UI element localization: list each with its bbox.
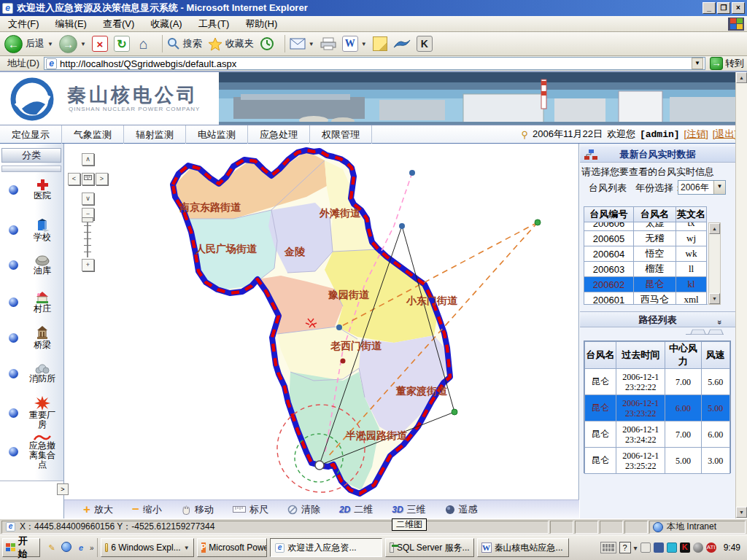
scroll-down-icon[interactable]: ▼ <box>709 293 720 304</box>
path-row-selected[interactable]: 昆仑2006-12-1 23:23:226.005.00 <box>585 395 730 421</box>
sidebar-item-important-plant[interactable]: 重要厂房 <box>0 396 64 429</box>
collapse-chevron-icon[interactable]: » <box>712 320 728 324</box>
sidebar-item-bridge[interactable]: 桥梁 <box>0 326 64 350</box>
map-center-button[interactable] <box>82 173 94 185</box>
path-point-blue[interactable] <box>409 170 415 176</box>
tab-permission-mgmt[interactable]: 权限管理 <box>310 125 372 144</box>
address-dropdown-icon[interactable]: ▼ <box>692 58 703 69</box>
typhoon-table-scrollbar[interactable]: ▲ ▼ <box>708 222 721 305</box>
typhoon-row[interactable]: 200605无稽wj <box>584 231 707 246</box>
taskbar-window-explorer-group[interactable]: 6 Windows Expl... ▼ <box>101 538 194 557</box>
back-button[interactable]: ← 后退 ▼ <box>4 35 53 53</box>
minimize-button[interactable]: _ <box>703 2 716 14</box>
zoom-in-button[interactable]: +放大 <box>83 503 113 516</box>
edit-word-button[interactable]: W ▼ <box>342 36 367 52</box>
quicklaunch-ie-icon[interactable]: e <box>75 542 87 553</box>
menu-edit[interactable]: 编辑(E) <box>47 18 95 31</box>
forward-button[interactable]: → ▼ <box>59 35 86 53</box>
close-button[interactable]: × <box>732 2 745 14</box>
zoom-slider-plus-button[interactable]: + <box>82 259 94 271</box>
col-wind-speed[interactable]: 风速 <box>701 342 729 369</box>
tab-radiation-monitor[interactable]: 辐射监测 <box>124 125 186 144</box>
history-button[interactable] <box>260 36 274 51</box>
page-scrollbar[interactable]: ▲ ▼ <box>735 72 747 518</box>
path-row[interactable]: 昆仑2006-12-1 23:24:227.006.00 <box>585 421 730 448</box>
sidebar-header[interactable]: 分类 <box>1 148 61 163</box>
back-dropdown-icon[interactable]: ▼ <box>47 41 53 47</box>
typhoon-row[interactable]: 200601西马仑xml <box>584 292 707 306</box>
view-2d-button[interactable]: 2D二维 <box>339 503 373 516</box>
col-past-time[interactable]: 过去时间 <box>616 342 665 369</box>
search-button[interactable]: 搜索 <box>167 37 202 50</box>
tray-sql-icon[interactable] <box>640 542 651 553</box>
path-point-green[interactable] <box>452 409 457 415</box>
taskbar-window-word[interactable]: W 秦山核电站应急... <box>477 538 569 557</box>
gis-map[interactable]: 南京东路街道 外滩街道 人民广场街道 金陵 豫园街道 小东门街道 老西门街道 董… <box>64 144 579 499</box>
pan-down-button[interactable]: ∨ <box>82 192 94 205</box>
mini-tab-strip[interactable] <box>686 329 724 335</box>
pan-up-button[interactable]: ∧ <box>82 153 94 166</box>
sidebar-item-evacuation-point[interactable]: 应急撤离集合点 <box>0 434 64 470</box>
forward-dropdown-icon[interactable]: ▼ <box>80 41 86 47</box>
quicklaunch-app-icon[interactable] <box>61 542 72 553</box>
menu-file[interactable]: 文件(F) <box>0 18 47 31</box>
stop-button[interactable]: × <box>92 36 108 52</box>
menu-view[interactable]: 查看(V) <box>95 18 142 31</box>
year-select[interactable]: 2006年 ▼ <box>678 180 726 195</box>
sidebar-item-hospital[interactable]: 医院 <box>0 179 64 201</box>
typhoon-row[interactable]: 200606太虚tx <box>584 222 707 231</box>
pan-left-button[interactable]: < <box>68 173 80 185</box>
tray-app-icon[interactable] <box>693 542 703 553</box>
start-button[interactable]: 开始 <box>2 538 40 557</box>
mail-button[interactable]: ▼ <box>290 38 314 50</box>
tab-location-display[interactable]: 定位显示 <box>0 125 62 144</box>
path-list-header[interactable]: 路径列表 » <box>580 311 735 327</box>
quicklaunch-overflow-icon[interactable]: » <box>90 544 94 552</box>
kaspersky-button[interactable]: K <box>417 36 433 52</box>
path-point-red[interactable] <box>341 359 346 364</box>
menu-help[interactable]: 帮助(H) <box>237 18 285 31</box>
refresh-button[interactable]: ↻ <box>114 36 130 52</box>
sidebar-item-fire-station[interactable]: 消防所 <box>0 364 64 384</box>
sidebar-item-school[interactable]: 学校 <box>0 218 64 242</box>
col-typhoon-no[interactable]: 台风编号 <box>584 207 634 222</box>
mail-dropdown-icon[interactable]: ▼ <box>309 41 314 47</box>
menu-tools[interactable]: 工具(T) <box>190 18 238 31</box>
taskbar-window-ie-active[interactable]: e 欢迎进入应急资... <box>270 538 382 557</box>
col-en-name[interactable]: 英文名 <box>676 207 707 222</box>
year-dropdown-icon[interactable]: ▼ <box>713 181 725 194</box>
typhoon-row-selected[interactable]: 200602昆仑kl <box>584 277 707 292</box>
tab-station-monitor[interactable]: 电站监测 <box>186 125 248 144</box>
tray-network-icon[interactable] <box>654 542 664 553</box>
col-center-wind[interactable]: 中心风力 <box>665 342 701 369</box>
home-button[interactable]: ⌂ <box>136 36 152 52</box>
ime-keyboard-button[interactable] <box>600 542 616 553</box>
tray-collapse-icon[interactable]: ▾ <box>634 544 638 552</box>
taskbar-window-powerpoint[interactable]: P Microsoft PowerP... <box>197 538 267 557</box>
address-input[interactable]: e http://localhost/QSgridwebgis/default.… <box>44 57 705 70</box>
typhoon-row[interactable]: 200604悟空wk <box>584 246 707 262</box>
map-area[interactable]: 南京东路街道 外滩街道 人民广场街道 金陵 豫园街道 小东门街道 老西门街道 董… <box>64 144 579 518</box>
ime-help-button[interactable]: ? <box>619 542 631 553</box>
view-3d-button[interactable]: 3D三维 <box>392 503 425 516</box>
page-scroll-down-icon[interactable]: ▼ <box>736 507 747 518</box>
tray-kaspersky-icon[interactable]: K <box>680 542 690 553</box>
taskbar-clock[interactable]: 9:49 <box>719 542 745 553</box>
edit-dropdown-icon[interactable]: ▼ <box>361 41 367 47</box>
path-row[interactable]: 昆仑2006-12-1 23:25:225.003.00 <box>585 448 730 474</box>
logout-link[interactable]: [注销] <box>684 128 708 141</box>
favorites-button[interactable]: 收藏夹 <box>208 37 254 51</box>
col-typhoon-name[interactable]: 台风名 <box>634 207 676 222</box>
sidebar-item-oil-depot[interactable]: 油库 <box>0 254 64 276</box>
typhoon-row[interactable]: 200603榴莲ll <box>584 262 707 277</box>
path-point-green[interactable] <box>535 219 541 225</box>
messenger-button[interactable] <box>373 36 387 51</box>
go-button[interactable]: → 转到 <box>710 57 744 70</box>
clear-button[interactable]: 清除 <box>287 503 320 516</box>
page-scroll-up-icon[interactable]: ▲ <box>736 72 747 83</box>
menu-favorites[interactable]: 收藏(A) <box>142 18 190 31</box>
tray-ime-grid-icon[interactable] <box>667 542 677 553</box>
path-point-blue[interactable] <box>336 324 342 330</box>
zoom-out-button[interactable]: −缩小 <box>132 503 162 516</box>
sidebar-collapse-button[interactable]: > <box>57 483 69 495</box>
